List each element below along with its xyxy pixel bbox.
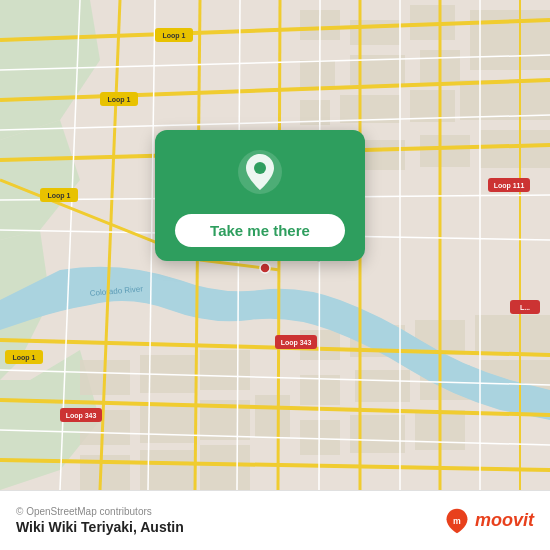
map-container: Colorado River [0,0,550,490]
svg-rect-18 [420,135,470,167]
svg-text:Loop 1: Loop 1 [13,354,36,362]
svg-rect-33 [200,350,250,390]
svg-text:L...: L... [520,304,530,311]
osm-attribution: © OpenStreetMap contributors [16,506,184,517]
moovit-label: moovit [475,510,534,531]
svg-rect-8 [300,60,335,88]
moovit-logo: m moovit [443,507,534,535]
bottom-bar: © OpenStreetMap contributors Wiki Wiki T… [0,490,550,550]
location-card: Take me there [155,130,365,261]
svg-rect-15 [460,80,550,120]
svg-rect-25 [355,370,410,402]
svg-rect-28 [300,420,340,455]
svg-text:Loop 1: Loop 1 [48,192,71,200]
svg-text:Loop 343: Loop 343 [66,412,97,420]
svg-rect-40 [200,445,250,490]
moovit-icon: m [443,507,471,535]
svg-rect-37 [255,395,290,437]
svg-text:Loop 343: Loop 343 [281,339,312,347]
take-me-there-button[interactable]: Take me there [175,214,345,247]
svg-text:Loop 1: Loop 1 [108,96,131,104]
svg-rect-29 [350,415,405,453]
svg-text:Loop 111: Loop 111 [494,182,525,190]
svg-rect-19 [480,130,550,168]
svg-text:m: m [453,515,461,525]
svg-rect-23 [475,315,550,353]
svg-text:Loop 1: Loop 1 [163,32,186,40]
place-name: Wiki Wiki Teriyaki, Austin [16,519,184,535]
bottom-left-info: © OpenStreetMap contributors Wiki Wiki T… [16,506,184,535]
location-pin-icon [236,148,284,200]
svg-point-88 [254,162,266,174]
svg-point-86 [260,263,270,273]
